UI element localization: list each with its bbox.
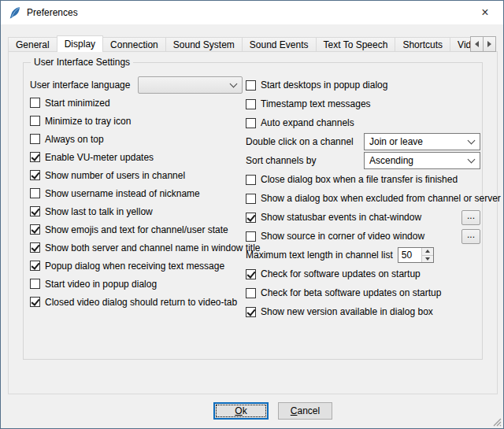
tab-scroll-control	[471, 36, 496, 52]
checkbox-label: Show a dialog box when excluded from cha…	[261, 193, 501, 204]
checkbox-label: Show number of users in channel	[45, 170, 185, 181]
checkbox-row: Always on top	[30, 130, 243, 148]
checkbox-row: Show emojis and text for channel/user st…	[30, 220, 243, 239]
checkbox-start-desktops-popup[interactable]	[246, 80, 256, 91]
language-row: User interface language	[30, 76, 243, 94]
checkbox-start-minimized[interactable]	[30, 98, 40, 108]
checkbox-row: Show number of users in channel	[30, 166, 243, 184]
preferences-dialog: Preferences × General Display Connection…	[0, 0, 504, 429]
checkbox-vu-meter-updates[interactable]	[30, 152, 40, 162]
double-click-combo[interactable]: Join or leave	[364, 133, 480, 150]
checkbox-label: Check for software updates on startup	[261, 268, 421, 279]
checkbox-show-username[interactable]	[30, 188, 40, 198]
double-click-label: Double click on a channel	[246, 136, 354, 147]
max-text-length-spinbox[interactable]: 50	[398, 247, 434, 263]
user-interface-settings-group: User Interface Settings User interface l…	[23, 62, 483, 360]
video-source-more-button[interactable]: ...	[461, 229, 480, 244]
checkbox-row: Show last to talk in yellow	[30, 202, 243, 220]
checkbox-row: Show a dialog box when excluded from cha…	[246, 189, 480, 208]
checkbox-server-channel-title[interactable]	[30, 242, 40, 253]
checkbox-row: Show both server and channel name in win…	[30, 239, 243, 257]
checkbox-row: Timestamp text messages	[246, 94, 480, 113]
chevron-down-icon	[468, 137, 476, 145]
checkbox-label: Closed video dialog should return to vid…	[45, 297, 237, 308]
double-click-combo-value: Join or leave	[369, 136, 465, 147]
language-label: User interface language	[30, 80, 130, 91]
statusbar-events-row: Show statusbar events in chat-window ...	[246, 208, 480, 227]
checkbox-minimize-to-tray[interactable]	[30, 116, 40, 126]
checkbox-start-video-popup[interactable]	[30, 279, 40, 289]
checkbox-show-user-count[interactable]	[30, 170, 40, 180]
tab-text-to-speech[interactable]: Text To Speech	[316, 37, 396, 52]
checkbox-row: Popup dialog when receiving text message	[30, 257, 243, 275]
title-bar[interactable]: Preferences ×	[1, 1, 503, 24]
checkbox-row: Closed video dialog should return to vid…	[30, 293, 243, 311]
checkbox-new-version-dialog[interactable]	[246, 307, 256, 317]
checkbox-label: Show last to talk in yellow	[45, 206, 153, 217]
checkbox-label: Start minimized	[45, 98, 110, 109]
sort-channels-label: Sort channels by	[246, 155, 316, 166]
right-column: Start desktops in popup dialog Timestamp…	[246, 76, 480, 321]
video-source-row: Show source in corner of video window ..…	[246, 227, 480, 246]
max-text-length-label: Maximum text length in channel list	[246, 250, 393, 261]
spin-down-button[interactable]	[422, 256, 433, 263]
checkbox-auto-expand-channels[interactable]	[246, 118, 256, 128]
checkbox-label: Show statusbar events in chat-window	[261, 212, 421, 223]
ok-button-label: Ok	[235, 405, 246, 416]
tab-general[interactable]: General	[8, 37, 57, 52]
checkbox-row: Close dialog box when a file transfer is…	[246, 170, 480, 189]
checkbox-always-on-top[interactable]	[30, 134, 40, 144]
checkbox-row: Start minimized	[30, 94, 243, 112]
checkbox-beta-updates[interactable]	[246, 288, 256, 298]
spin-buttons	[421, 248, 433, 262]
checkbox-statusbar-events[interactable]	[246, 213, 256, 223]
checkbox-row: Show username instead of nickname	[30, 184, 243, 202]
checkbox-row: Check for beta software updates on start…	[246, 283, 480, 302]
checkbox-label: Show both server and channel name in win…	[45, 242, 261, 253]
checkbox-software-updates[interactable]	[246, 269, 256, 279]
arrow-left-icon	[475, 41, 479, 47]
tab-scroll-right-button[interactable]	[483, 36, 496, 52]
tab-bar: General Display Connection Sound System …	[8, 35, 498, 52]
checkbox-label: Show source in corner of video window	[261, 231, 424, 242]
chevron-down-icon	[468, 156, 476, 164]
language-combo[interactable]	[138, 76, 243, 94]
checkbox-video-source-corner[interactable]	[246, 231, 256, 242]
statusbar-events-more-button[interactable]: ...	[461, 210, 480, 225]
checkbox-row: Start video in popup dialog	[30, 275, 243, 293]
tab-shortcuts[interactable]: Shortcuts	[395, 37, 450, 52]
tab-scroll-left-button[interactable]	[470, 36, 484, 52]
double-click-row: Double click on a channel Join or leave	[246, 132, 480, 151]
checkbox-excluded-dialog[interactable]	[246, 194, 256, 204]
checkbox-row: Enable VU-meter updates	[30, 148, 243, 166]
checkbox-label: Check for beta software updates on start…	[261, 287, 441, 298]
checkbox-label: Popup dialog when receiving text message	[45, 261, 224, 272]
cancel-button-label: Cancel	[291, 405, 320, 416]
tab-sound-events[interactable]: Sound Events	[242, 37, 317, 52]
checkbox-row: Auto expand channels	[246, 113, 480, 132]
max-text-length-value: 50	[398, 248, 421, 262]
checkbox-label: Show new version available in dialog box	[261, 306, 433, 317]
sort-channels-combo[interactable]: Ascending	[364, 152, 480, 169]
checkbox-popup-text-message[interactable]	[30, 261, 40, 271]
resize-grip-handle[interactable]	[491, 416, 502, 427]
checkbox-timestamp-messages[interactable]	[246, 99, 256, 109]
ok-button[interactable]: Ok	[213, 402, 269, 420]
spin-up-button[interactable]	[422, 248, 433, 256]
checkbox-label: Always on top	[45, 134, 104, 145]
chevron-down-icon	[230, 80, 238, 87]
tab-sound-system[interactable]: Sound System	[165, 37, 243, 52]
checkbox-emojis-text-state[interactable]	[30, 224, 40, 235]
checkbox-label: Enable VU-meter updates	[45, 152, 154, 163]
cancel-button[interactable]: Cancel	[278, 402, 332, 420]
max-text-length-row: Maximum text length in channel list 50	[246, 246, 480, 264]
tab-connection[interactable]: Connection	[102, 37, 166, 52]
checkbox-last-talk-yellow[interactable]	[30, 206, 40, 216]
checkbox-video-return-tab[interactable]	[30, 297, 40, 307]
left-column: User interface language Start minimized …	[30, 76, 243, 311]
close-button[interactable]: ×	[467, 1, 503, 24]
group-title: User Interface Settings	[31, 57, 133, 68]
checkbox-close-on-file-transfer[interactable]	[246, 175, 256, 185]
checkbox-label: Auto expand channels	[261, 117, 354, 128]
tab-display[interactable]: Display	[57, 35, 103, 52]
